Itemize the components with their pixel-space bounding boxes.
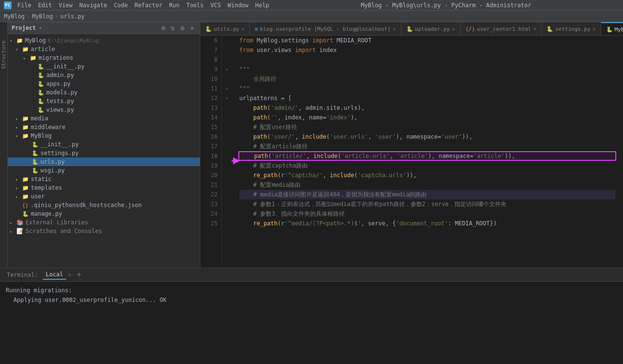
folder-icon-media: 📁 bbox=[22, 116, 29, 122]
sidebar-dropdown-arrow[interactable]: ▾ bbox=[39, 25, 42, 31]
menu-vcs[interactable]: VCS bbox=[208, 1, 224, 10]
structure-tab[interactable]: Structure bbox=[0, 37, 8, 73]
tree-item-templates[interactable]: ▸ 📁 templates bbox=[8, 183, 200, 192]
terminal-close-btn[interactable]: ✕ bbox=[68, 272, 71, 278]
tree-label-admin: admin.py bbox=[46, 72, 74, 78]
tree-item-scratches[interactable]: ▸ 📝 Scratches and Consoles bbox=[8, 227, 200, 235]
sidebar-locate-btn[interactable]: ⊕ bbox=[159, 24, 167, 32]
sidebar-close-btn[interactable]: ✕ bbox=[188, 24, 196, 32]
main-layout: Structure Project ▾ ⊕ ⇅ ⚙ ✕ ▾ 📁 MyBlog E… bbox=[0, 22, 623, 268]
folder-icon-migrations: 📁 bbox=[30, 55, 37, 61]
tree-item-init-myblog[interactable]: 🐍 __init__.py bbox=[8, 140, 200, 149]
menu-bar: PC File Edit View Navigate Code Refactor… bbox=[0, 0, 623, 11]
breadcrumb-bar: MyBlog › MyBlog › urls.py bbox=[0, 11, 623, 22]
code-line-22: # media直接访问图片是返回404，是因为我没有配置media的路由 bbox=[239, 190, 615, 199]
py-icon-urls: 🐍 bbox=[32, 159, 39, 165]
breadcrumb-myblog2[interactable]: MyBlog bbox=[32, 13, 53, 20]
code-content[interactable]: from MyBlog.settings import MEDIA_ROOT f… bbox=[232, 36, 623, 268]
tab-settings-py[interactable]: 🐍 settings.py ✕ bbox=[542, 22, 601, 36]
tree-item-manage-py[interactable]: 🐍 manage.py bbox=[8, 209, 200, 218]
sidebar-title: Project bbox=[12, 25, 36, 31]
tree-label-middleware: middleware bbox=[31, 124, 65, 130]
py-icon-wsgi: 🐍 bbox=[32, 168, 39, 174]
tree-label-scratches: Scratches and Consoles bbox=[26, 228, 102, 234]
menu-help[interactable]: Help bbox=[252, 1, 272, 10]
tree-item-user[interactable]: ▸ 📁 user bbox=[8, 192, 200, 201]
tree-item-wsgi-py[interactable]: 🐍 wsgi.py bbox=[8, 166, 200, 175]
tree-item-apps-py[interactable]: 🐍 apps.py bbox=[8, 79, 200, 88]
tree-label-views: views.py bbox=[46, 106, 74, 113]
tree-item-external-libs[interactable]: ▸ 📚 External Libraries bbox=[8, 218, 200, 227]
code-editor[interactable]: 6 7 8 9 10 11 12 13 14 15 16 17 18 19 20… bbox=[200, 36, 623, 268]
tab-label-myblog-urls: MyBlog\urls.py bbox=[615, 26, 623, 33]
tree-item-myblog-root[interactable]: ▾ 📁 MyBlog E:\Django\MyBlog bbox=[8, 36, 200, 45]
py-icon-init-article: 🐍 bbox=[38, 64, 44, 70]
tree-label-urls: urls.py bbox=[40, 158, 65, 165]
code-line-10: 全局路径 bbox=[239, 74, 615, 84]
terminal-tab-bar: Terminal: Local ✕ ＋ bbox=[0, 268, 623, 282]
tree-arrow-templates: ▸ bbox=[15, 185, 21, 191]
menu-file[interactable]: File bbox=[14, 1, 34, 10]
terminal-add-btn[interactable]: ＋ bbox=[75, 270, 83, 280]
tab-close-settings[interactable]: ✕ bbox=[592, 26, 596, 32]
tab-close-db[interactable]: ✕ bbox=[392, 26, 396, 32]
breadcrumb-myblog[interactable]: MyBlog bbox=[4, 13, 25, 20]
tree-item-qiniu-json[interactable]: {} .qiniu_pythonsdk_hostscache.json bbox=[8, 201, 200, 209]
breadcrumb-urls[interactable]: urls.py bbox=[60, 13, 85, 20]
tree-item-media[interactable]: ▸ 📁 media bbox=[8, 114, 200, 123]
tab-user-center-html[interactable]: ⟨/⟩ user_center1.html ✕ bbox=[461, 22, 542, 36]
terminal-tab-local[interactable]: Local bbox=[43, 270, 66, 280]
tab-icon-utils: 🐍 bbox=[205, 26, 212, 32]
menu-run[interactable]: Run bbox=[166, 1, 182, 10]
tree-label-wsgi: wsgi.py bbox=[40, 167, 65, 174]
py-icon-settings: 🐍 bbox=[32, 150, 39, 156]
tree-root-path: E:\Django\MyBlog bbox=[48, 38, 99, 44]
menu-code[interactable]: Code bbox=[111, 1, 131, 10]
folder-icon-myblog-inner: 📁 bbox=[22, 133, 29, 139]
code-line-8 bbox=[239, 55, 615, 65]
tree-item-admin-py[interactable]: 🐍 admin.py bbox=[8, 71, 200, 79]
tree-item-models-py[interactable]: 🐍 models.py bbox=[8, 88, 200, 97]
tree-item-urls-py[interactable]: 🐍 urls.py bbox=[8, 157, 200, 166]
tab-blog-userprofile[interactable]: ⊞ blog.userprofile [MySQL - blog@localho… bbox=[250, 22, 401, 36]
tab-icon-myblog-urls: 🐍 bbox=[606, 26, 613, 33]
terminal-label: Terminal: bbox=[4, 271, 41, 279]
tree-label-myblog: MyBlog bbox=[25, 37, 46, 44]
tab-myblog-urls[interactable]: 🐍 MyBlog\urls.py bbox=[601, 22, 623, 36]
tree-item-init-article[interactable]: 🐍 __init__.py bbox=[8, 62, 200, 71]
code-line-18: path('article/', include('article.urls',… bbox=[238, 151, 616, 161]
tab-close-uploader[interactable]: ✕ bbox=[452, 26, 455, 32]
tree-item-middleware[interactable]: ▸ 📁 middleware bbox=[8, 123, 200, 131]
tree-label-migrations: migrations bbox=[39, 54, 73, 61]
menu-view[interactable]: View bbox=[56, 1, 76, 10]
tab-close-utils[interactable]: ✕ bbox=[241, 26, 245, 32]
tree-item-myblog-inner[interactable]: ▾ 📁 MyBlog bbox=[8, 131, 200, 140]
code-line-24: # 参数3、指向文件夹的具体根路径 bbox=[239, 209, 615, 219]
tree-item-migrations[interactable]: ▸ 📁 migrations bbox=[8, 53, 200, 62]
fold-icon-11: ▿ bbox=[225, 86, 228, 91]
menu-edit[interactable]: Edit bbox=[35, 1, 55, 10]
sidebar-settings-btn[interactable]: ⚙ bbox=[179, 24, 186, 32]
tree-item-tests-py[interactable]: 🐍 tests.py bbox=[8, 97, 200, 105]
project-sidebar: Project ▾ ⊕ ⇅ ⚙ ✕ ▾ 📁 MyBlog E:\Django\M… bbox=[8, 22, 200, 268]
menu-navigate[interactable]: Navigate bbox=[77, 1, 110, 10]
tree-item-settings-py[interactable]: 🐍 settings.py bbox=[8, 149, 200, 157]
tab-utils-py[interactable]: 🐍 utils.py ✕ bbox=[200, 22, 250, 36]
menu-tools[interactable]: Tools bbox=[183, 1, 207, 10]
sidebar-expand-btn[interactable]: ⇅ bbox=[169, 24, 177, 32]
tree-label-article: article bbox=[31, 46, 55, 52]
tree-item-article[interactable]: ▾ 📁 article bbox=[8, 45, 200, 53]
tab-close-html[interactable]: ✕ bbox=[533, 26, 536, 32]
tree-label-init-myblog: __init__.py bbox=[40, 141, 78, 148]
folder-icon-user: 📁 bbox=[22, 194, 29, 200]
tree-item-views-py[interactable]: 🐍 views.py bbox=[8, 105, 200, 114]
tab-uploader-py[interactable]: 🐍 uploader.py ✕ bbox=[402, 22, 461, 36]
tree-item-static[interactable]: ▸ 📁 static bbox=[8, 175, 200, 183]
fold-icon-9: ▿ bbox=[225, 67, 228, 72]
tab-label-utils: utils.py bbox=[214, 26, 239, 32]
menu-refactor[interactable]: Refactor bbox=[131, 1, 165, 10]
terminal-area: Terminal: Local ✕ ＋ Running migrations: … bbox=[0, 268, 623, 364]
sidebar-header: Project ▾ ⊕ ⇅ ⚙ ✕ bbox=[8, 22, 200, 34]
external-libs-icon: 📚 bbox=[16, 219, 24, 226]
menu-window[interactable]: Window bbox=[225, 1, 251, 10]
